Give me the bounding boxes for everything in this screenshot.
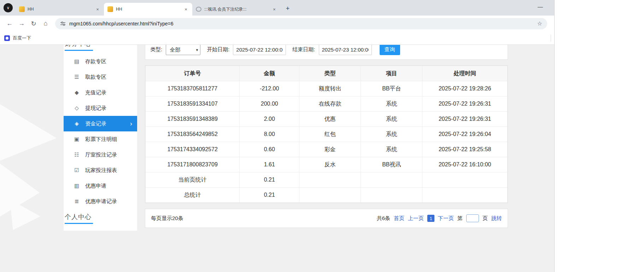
jump-button[interactable]: 跳转 [491, 215, 502, 222]
table-cell [422, 188, 508, 203]
tab-hh-2-active[interactable]: HH × [104, 3, 192, 16]
sidebar-item[interactable]: ◆充值记录 [64, 85, 137, 100]
sidebar-item[interactable]: ▤存款专区 [64, 54, 137, 69]
promo-apply-icon: ▥ [74, 183, 80, 189]
table-cell [422, 172, 508, 188]
sidebar-item[interactable]: ◇提现记录 [64, 100, 137, 116]
table-cell: 0.21 [240, 172, 299, 188]
column-header: 类型 [299, 66, 361, 81]
sidebar-item[interactable]: ▥优惠申请 [64, 178, 137, 194]
back-button[interactable]: ← [4, 18, 16, 30]
tab-video-records[interactable]: :::视讯 会员下注纪录::: × [192, 3, 281, 16]
table-cell: 0.60 [240, 142, 299, 157]
records-table-card: 订单号金额类型项目处理时间 1753183705811277-212.00额度转… [145, 65, 508, 203]
sidebar-item-label: 优惠申请 [85, 183, 106, 189]
site-settings-icon[interactable] [60, 21, 66, 26]
reload-button[interactable]: ↻ [28, 18, 40, 30]
close-icon[interactable]: × [95, 6, 100, 12]
sidebar-item[interactable]: ☰取款专区 [64, 69, 137, 85]
sidebar-item[interactable]: ≣优惠申请记录 [64, 194, 137, 209]
first-page-link[interactable]: 首页 [394, 215, 404, 222]
column-header: 处理时间 [422, 66, 508, 81]
table-cell: 系统 [361, 96, 422, 112]
start-date-label: 开始日期: [207, 45, 229, 55]
url-text[interactable]: mgm1065.com/hhcp/usercenter.html?iniType… [69, 21, 534, 26]
table-cell: 额度转出 [299, 81, 361, 96]
column-header: 订单号 [146, 66, 240, 81]
forward-button[interactable]: → [16, 18, 28, 30]
prev-page-link[interactable]: 上一页 [408, 215, 424, 222]
sidebar-item-label: 提现记录 [85, 105, 106, 112]
minimize-button[interactable]: — [538, 4, 543, 10]
withdraw-icon: ☰ [74, 74, 80, 80]
sidebar-item-label: 玩家投注报表 [85, 167, 117, 174]
bookmarks-bar: 百度一下 ▸ [0, 31, 554, 45]
start-date-input[interactable] [233, 45, 286, 55]
tab-title: HH [116, 7, 180, 12]
bookmark-star-icon[interactable]: ☆ [537, 20, 542, 27]
promo-record-icon: ≣ [74, 198, 80, 205]
table-cell: 1753183705811277 [146, 81, 240, 96]
records-table: 订单号金额类型项目处理时间 1753183705811277-212.00额度转… [145, 66, 508, 203]
type-select-value: 全部 [170, 47, 180, 53]
column-header: 项目 [361, 66, 422, 81]
sidebar-section-personal: 个人中心 [64, 213, 137, 221]
page-content: 财务中心 ▤存款专区☰取款专区◆充值记录◇提现记录◈资金记录›▣彩票下注明细☷厅… [0, 45, 555, 272]
browser-menu-button[interactable]: ∨ [4, 3, 13, 12]
column-header: 金额 [240, 66, 299, 81]
player-report-icon: ☑ [74, 167, 80, 173]
tab-strip: ∨ HH × HH × :::视讯 会员下注纪录::: × + — [0, 0, 554, 16]
current-page-badge[interactable]: 1 [427, 215, 434, 222]
table-cell: 2025-07-22 19:26:31 [422, 96, 508, 112]
home-button[interactable]: ⌂ [40, 18, 52, 30]
tab-hh-1[interactable]: HH × [16, 3, 104, 16]
address-bar[interactable]: mgm1065.com/hhcp/usercenter.html?iniType… [55, 18, 547, 29]
sidebar-item-label: 优惠申请记录 [85, 198, 117, 205]
sidebar-item-label: 充值记录 [85, 89, 106, 96]
jump-prefix-label: 第 [457, 215, 463, 222]
jump-suffix-label: 页 [482, 215, 488, 222]
navigation-bar: ← → ↻ ⌂ mgm1065.com/hhcp/usercenter.html… [0, 16, 554, 31]
type-select[interactable]: 全部 ▾ [166, 45, 200, 55]
page-number-input[interactable] [466, 214, 479, 222]
table-row: 1753183705811277-212.00额度转出BB平台2025-07-2… [146, 81, 508, 96]
pagination-bar: 每页显示20条 共6条 首页 上一页 1 下一页 第 页 跳转 [145, 209, 508, 228]
tab-title: HH [28, 7, 92, 12]
sidebar-item[interactable]: ☑玩家投注报表 [64, 162, 137, 178]
query-button[interactable]: 查询 [380, 45, 400, 55]
close-icon[interactable]: × [183, 6, 189, 12]
table-cell: 系统 [361, 112, 422, 127]
sidebar-item[interactable]: ▣彩票下注明细 [64, 131, 137, 147]
sidebar-item[interactable]: ◈资金记录› [64, 116, 137, 131]
pagination-controls: 共6条 首页 上一页 1 下一页 第 页 跳转 [377, 214, 502, 222]
section-underline [65, 223, 93, 224]
new-tab-button[interactable]: + [283, 4, 293, 13]
table-cell: 反水 [299, 157, 361, 172]
sidebar-item-label: 彩票下注明细 [85, 136, 117, 143]
table-cell: 优惠 [299, 112, 361, 127]
table-cell: 2025-07-22 19:28:26 [422, 81, 508, 96]
hh-favicon [107, 6, 113, 12]
withdraw-record-icon: ◇ [74, 105, 80, 111]
tab-title: :::视讯 会员下注纪录::: [204, 6, 269, 12]
table-row: 17531743340925720.60彩金系统2025-07-22 19:25… [146, 142, 508, 157]
table-cell [299, 188, 361, 203]
table-cell: 2025-07-22 19:26:04 [422, 127, 508, 142]
table-cell [299, 172, 361, 188]
bookmark-label: 百度一下 [13, 35, 31, 41]
table-row: 17531835913483892.00优惠系统2025-07-22 19:26… [146, 112, 508, 127]
table-cell: 8.00 [240, 127, 299, 142]
end-date-input[interactable] [319, 45, 372, 55]
bookmark-baidu[interactable]: 百度一下 [4, 35, 31, 41]
table-cell: -212.00 [240, 81, 299, 96]
table-cell: 2025-07-22 19:25:58 [422, 142, 508, 157]
table-header-row: 订单号金额类型项目处理时间 [146, 66, 508, 81]
table-cell: 1753183591348389 [146, 112, 240, 127]
sidebar-item[interactable]: ☷厅室投注记录 [64, 147, 137, 162]
next-page-link[interactable]: 下一页 [438, 215, 454, 222]
table-cell: 当前页统计 [146, 172, 240, 188]
table-cell: BB视讯 [361, 157, 422, 172]
close-icon[interactable]: × [271, 6, 277, 12]
table-cell [361, 188, 422, 203]
section-underline [65, 50, 93, 51]
